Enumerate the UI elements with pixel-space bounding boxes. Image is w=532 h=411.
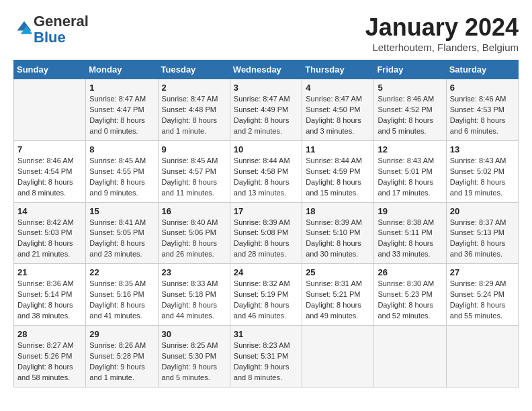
day-number: 23 [162,267,226,277]
day-number: 20 [450,206,515,216]
day-number: 5 [378,83,442,93]
day-number: 7 [17,144,82,154]
logo-general: General [34,13,89,30]
calendar-cell: 28Sunrise: 8:27 AMSunset: 5:26 PMDayligh… [14,326,86,387]
logo-text: General Blue [34,13,89,46]
day-number: 18 [306,206,370,216]
calendar-cell [446,326,518,387]
day-number: 1 [89,83,154,93]
day-info: Sunrise: 8:47 AMSunset: 4:49 PMDaylight:… [234,94,298,137]
calendar-cell: 10Sunrise: 8:44 AMSunset: 4:58 PMDayligh… [230,140,302,202]
day-info: Sunrise: 8:45 AMSunset: 4:57 PMDaylight:… [162,156,226,199]
day-info: Sunrise: 8:31 AMSunset: 5:21 PMDaylight:… [306,279,370,322]
day-info: Sunrise: 8:44 AMSunset: 4:59 PMDaylight:… [306,156,370,199]
calendar-cell: 16Sunrise: 8:40 AMSunset: 5:06 PMDayligh… [158,202,230,264]
calendar-cell: 3Sunrise: 8:47 AMSunset: 4:49 PMDaylight… [230,79,302,141]
day-info: Sunrise: 8:45 AMSunset: 4:55 PMDaylight:… [89,156,154,199]
day-number: 31 [234,329,298,339]
weekday-header-wednesday: Wednesday [230,60,302,79]
day-info: Sunrise: 8:27 AMSunset: 5:26 PMDaylight:… [17,340,82,383]
calendar-cell: 22Sunrise: 8:35 AMSunset: 5:16 PMDayligh… [86,264,158,326]
day-info: Sunrise: 8:37 AMSunset: 5:13 PMDaylight:… [450,218,515,261]
day-number: 2 [162,83,226,93]
calendar-cell: 27Sunrise: 8:29 AMSunset: 5:24 PMDayligh… [446,264,518,326]
subtitle: Letterhoutem, Flanders, Belgium [365,42,519,53]
day-info: Sunrise: 8:41 AMSunset: 5:05 PMDaylight:… [89,218,154,261]
day-info: Sunrise: 8:46 AMSunset: 4:52 PMDaylight:… [378,94,442,137]
day-info: Sunrise: 8:44 AMSunset: 4:58 PMDaylight:… [234,156,298,199]
day-info: Sunrise: 8:23 AMSunset: 5:31 PMDaylight:… [234,340,298,383]
day-info: Sunrise: 8:39 AMSunset: 5:08 PMDaylight:… [234,218,298,261]
day-number: 25 [306,267,370,277]
calendar-cell [14,79,86,141]
calendar-cell: 14Sunrise: 8:42 AMSunset: 5:03 PMDayligh… [14,202,86,264]
day-number: 22 [89,267,154,277]
calendar-cell: 1Sunrise: 8:47 AMSunset: 4:47 PMDaylight… [86,79,158,141]
day-info: Sunrise: 8:33 AMSunset: 5:18 PMDaylight:… [162,279,226,322]
day-number: 13 [450,144,515,154]
day-info: Sunrise: 8:38 AMSunset: 5:11 PMDaylight:… [378,218,442,261]
calendar-cell: 29Sunrise: 8:26 AMSunset: 5:28 PMDayligh… [86,326,158,387]
day-number: 14 [17,206,82,216]
day-number: 26 [378,267,442,277]
day-number: 8 [89,144,154,154]
calendar-cell: 18Sunrise: 8:39 AMSunset: 5:10 PMDayligh… [302,202,374,264]
day-info: Sunrise: 8:39 AMSunset: 5:10 PMDaylight:… [306,218,370,261]
day-number: 30 [162,329,226,339]
day-info: Sunrise: 8:25 AMSunset: 5:30 PMDaylight:… [162,340,226,383]
weekday-header-tuesday: Tuesday [158,60,230,79]
day-info: Sunrise: 8:32 AMSunset: 5:19 PMDaylight:… [234,279,298,322]
day-number: 28 [17,329,82,339]
day-info: Sunrise: 8:42 AMSunset: 5:03 PMDaylight:… [17,218,82,261]
day-number: 17 [234,206,298,216]
calendar-cell: 5Sunrise: 8:46 AMSunset: 4:52 PMDaylight… [374,79,446,141]
calendar-cell: 24Sunrise: 8:32 AMSunset: 5:19 PMDayligh… [230,264,302,326]
calendar-cell: 19Sunrise: 8:38 AMSunset: 5:11 PMDayligh… [374,202,446,264]
calendar-cell: 7Sunrise: 8:46 AMSunset: 4:54 PMDaylight… [14,140,86,202]
calendar-cell: 20Sunrise: 8:37 AMSunset: 5:13 PMDayligh… [446,202,518,264]
calendar-cell: 13Sunrise: 8:43 AMSunset: 5:02 PMDayligh… [446,140,518,202]
day-info: Sunrise: 8:47 AMSunset: 4:48 PMDaylight:… [162,94,226,137]
day-info: Sunrise: 8:43 AMSunset: 5:02 PMDaylight:… [450,156,515,199]
calendar-header: SundayMondayTuesdayWednesdayThursdayFrid… [14,60,519,79]
calendar-cell: 17Sunrise: 8:39 AMSunset: 5:08 PMDayligh… [230,202,302,264]
day-number: 29 [89,329,154,339]
calendar-cell: 12Sunrise: 8:43 AMSunset: 5:01 PMDayligh… [374,140,446,202]
calendar-cell: 21Sunrise: 8:36 AMSunset: 5:14 PMDayligh… [14,264,86,326]
day-number: 4 [306,83,370,93]
calendar-cell: 31Sunrise: 8:23 AMSunset: 5:31 PMDayligh… [230,326,302,387]
calendar-cell: 15Sunrise: 8:41 AMSunset: 5:05 PMDayligh… [86,202,158,264]
day-info: Sunrise: 8:40 AMSunset: 5:06 PMDaylight:… [162,218,226,261]
day-info: Sunrise: 8:47 AMSunset: 4:47 PMDaylight:… [89,94,154,137]
weekday-header-thursday: Thursday [302,60,374,79]
calendar-cell: 9Sunrise: 8:45 AMSunset: 4:57 PMDaylight… [158,140,230,202]
weekday-header-sunday: Sunday [14,60,86,79]
day-info: Sunrise: 8:36 AMSunset: 5:14 PMDaylight:… [17,279,82,322]
day-info: Sunrise: 8:46 AMSunset: 4:54 PMDaylight:… [17,156,82,199]
calendar-cell: 6Sunrise: 8:46 AMSunset: 4:53 PMDaylight… [446,79,518,141]
day-info: Sunrise: 8:30 AMSunset: 5:23 PMDaylight:… [378,279,442,322]
weekday-header-saturday: Saturday [446,60,518,79]
header: General Blue January 2024 Letterhoutem, … [13,13,519,53]
calendar-cell: 23Sunrise: 8:33 AMSunset: 5:18 PMDayligh… [158,264,230,326]
weekday-header-monday: Monday [86,60,158,79]
day-number: 12 [378,144,442,154]
calendar-table: SundayMondayTuesdayWednesdayThursdayFrid… [13,60,519,387]
calendar-week-row: 21Sunrise: 8:36 AMSunset: 5:14 PMDayligh… [14,264,519,326]
weekday-header-row: SundayMondayTuesdayWednesdayThursdayFrid… [14,60,519,79]
day-number: 15 [89,206,154,216]
logo: General Blue [13,13,89,46]
main-title: January 2024 [365,13,519,42]
calendar-week-row: 14Sunrise: 8:42 AMSunset: 5:03 PMDayligh… [14,202,519,264]
calendar-cell: 8Sunrise: 8:45 AMSunset: 4:55 PMDaylight… [86,140,158,202]
calendar-cell: 30Sunrise: 8:25 AMSunset: 5:30 PMDayligh… [158,326,230,387]
logo-icon [15,19,34,38]
calendar-week-row: 28Sunrise: 8:27 AMSunset: 5:26 PMDayligh… [14,326,519,387]
day-number: 19 [378,206,442,216]
day-info: Sunrise: 8:43 AMSunset: 5:01 PMDaylight:… [378,156,442,199]
calendar-body: 1Sunrise: 8:47 AMSunset: 4:47 PMDaylight… [14,79,519,387]
day-number: 16 [162,206,226,216]
calendar-cell: 26Sunrise: 8:30 AMSunset: 5:23 PMDayligh… [374,264,446,326]
day-number: 24 [234,267,298,277]
day-number: 6 [450,83,515,93]
